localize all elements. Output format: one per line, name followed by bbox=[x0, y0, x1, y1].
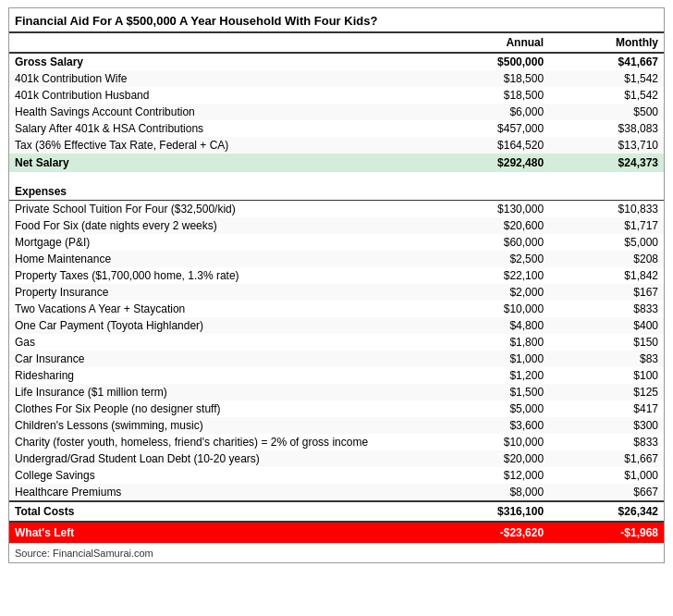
expense-monthly: $5,000 bbox=[549, 234, 664, 251]
whats-left-annual: -$23,620 bbox=[434, 522, 549, 544]
expense-annual: $10,000 bbox=[434, 301, 549, 317]
expense-label: Life Insurance ($1 million term) bbox=[9, 384, 434, 400]
total-costs-row: Total Costs $316,100 $26,342 bbox=[9, 501, 664, 522]
expense-annual: $1,000 bbox=[434, 351, 549, 367]
expense-annual: $60,000 bbox=[434, 234, 549, 251]
expense-row: Gas $1,800 $150 bbox=[9, 334, 664, 351]
expense-label: One Car Payment (Toyota Highlander) bbox=[9, 317, 434, 334]
page-title: Financial Aid For A $500,000 A Year Hous… bbox=[9, 8, 664, 33]
income-row: 401k Contribution Husband $18,500 $1,542 bbox=[9, 87, 664, 104]
income-row: Gross Salary $500,000 $41,667 bbox=[9, 53, 664, 70]
source-text: Source: FinancialSamurai.com bbox=[9, 544, 664, 563]
expense-label: Healthcare Premiums bbox=[9, 484, 434, 501]
income-annual: $6,000 bbox=[434, 104, 549, 120]
header-monthly: Monthly bbox=[549, 33, 664, 53]
source-row: Source: FinancialSamurai.com bbox=[9, 544, 664, 563]
expense-monthly: $1,667 bbox=[549, 450, 664, 467]
expense-monthly: $417 bbox=[549, 400, 664, 417]
expense-monthly: $1,717 bbox=[549, 217, 664, 234]
expense-row: Two Vacations A Year + Staycation $10,00… bbox=[9, 301, 664, 317]
expense-monthly: $1,842 bbox=[549, 267, 664, 284]
expense-label: College Savings bbox=[9, 467, 434, 484]
expense-monthly: $1,000 bbox=[549, 467, 664, 484]
expense-monthly: $83 bbox=[549, 351, 664, 367]
income-monthly: $500 bbox=[549, 104, 664, 120]
expense-row: Food For Six (date nights every 2 weeks)… bbox=[9, 217, 664, 234]
net-salary-row: Net Salary $292,480 $24,373 bbox=[9, 154, 664, 172]
total-costs-annual: $316,100 bbox=[434, 501, 549, 522]
expense-annual: $22,100 bbox=[434, 267, 549, 284]
expenses-header-label: Expenses bbox=[9, 178, 664, 201]
income-label: 401k Contribution Husband bbox=[9, 87, 434, 104]
expense-label: Undergrad/Grad Student Loan Debt (10-20 … bbox=[9, 450, 434, 467]
net-salary-label: Net Salary bbox=[9, 154, 434, 172]
income-label: Salary After 401k & HSA Contributions bbox=[9, 120, 434, 137]
net-salary-annual: $292,480 bbox=[434, 154, 549, 172]
income-row: Tax (36% Effective Tax Rate, Federal + C… bbox=[9, 137, 664, 154]
expense-row: Ridesharing $1,200 $100 bbox=[9, 367, 664, 384]
expense-label: Mortgage (P&I) bbox=[9, 234, 434, 251]
expense-label: Property Taxes ($1,700,000 home, 1.3% ra… bbox=[9, 267, 434, 284]
income-label: Gross Salary bbox=[9, 53, 434, 70]
expense-label: Two Vacations A Year + Staycation bbox=[9, 301, 434, 317]
expense-monthly: $833 bbox=[549, 434, 664, 450]
expenses-header-row: Expenses bbox=[9, 178, 664, 201]
net-salary-monthly: $24,373 bbox=[549, 154, 664, 172]
income-monthly: $41,667 bbox=[549, 53, 664, 70]
income-monthly: $1,542 bbox=[549, 87, 664, 104]
income-label: 401k Contribution Wife bbox=[9, 70, 434, 87]
expense-label: Property Insurance bbox=[9, 284, 434, 301]
income-annual: $457,000 bbox=[434, 120, 549, 137]
expense-annual: $20,600 bbox=[434, 217, 549, 234]
expense-label: Home Maintenance bbox=[9, 251, 434, 267]
income-row: Salary After 401k & HSA Contributions $4… bbox=[9, 120, 664, 137]
expense-annual: $12,000 bbox=[434, 467, 549, 484]
income-row: 401k Contribution Wife $18,500 $1,542 bbox=[9, 70, 664, 87]
total-costs-label: Total Costs bbox=[9, 501, 434, 522]
whats-left-monthly: -$1,968 bbox=[549, 522, 664, 544]
expense-label: Food For Six (date nights every 2 weeks) bbox=[9, 217, 434, 234]
expense-monthly: $833 bbox=[549, 301, 664, 317]
header-label bbox=[9, 33, 434, 53]
expense-annual: $8,000 bbox=[434, 484, 549, 501]
expense-label: Gas bbox=[9, 334, 434, 351]
income-monthly: $1,542 bbox=[549, 70, 664, 87]
expense-monthly: $208 bbox=[549, 251, 664, 267]
expense-annual: $5,000 bbox=[434, 400, 549, 417]
expense-row: Home Maintenance $2,500 $208 bbox=[9, 251, 664, 267]
expense-label: Car Insurance bbox=[9, 351, 434, 367]
expense-label: Children's Lessons (swimming, music) bbox=[9, 417, 434, 434]
expense-label: Private School Tuition For Four ($32,500… bbox=[9, 201, 434, 218]
income-annual: $18,500 bbox=[434, 70, 549, 87]
expense-row: Car Insurance $1,000 $83 bbox=[9, 351, 664, 367]
expense-row: Private School Tuition For Four ($32,500… bbox=[9, 201, 664, 218]
total-costs-monthly: $26,342 bbox=[549, 501, 664, 522]
expense-annual: $130,000 bbox=[434, 201, 549, 218]
whats-left-row: What's Left -$23,620 -$1,968 bbox=[9, 522, 664, 544]
expense-annual: $1,200 bbox=[434, 367, 549, 384]
expense-monthly: $667 bbox=[549, 484, 664, 501]
expense-row: Children's Lessons (swimming, music) $3,… bbox=[9, 417, 664, 434]
header-annual: Annual bbox=[434, 33, 549, 53]
expense-row: College Savings $12,000 $1,000 bbox=[9, 467, 664, 484]
income-label: Health Savings Account Contribution bbox=[9, 104, 434, 120]
income-monthly: $38,083 bbox=[549, 120, 664, 137]
expense-row: Healthcare Premiums $8,000 $667 bbox=[9, 484, 664, 501]
expense-monthly: $10,833 bbox=[549, 201, 664, 218]
expense-row: Life Insurance ($1 million term) $1,500 … bbox=[9, 384, 664, 400]
expense-label: Charity (foster youth, homeless, friend'… bbox=[9, 434, 434, 450]
expense-monthly: $150 bbox=[549, 334, 664, 351]
expense-row: Charity (foster youth, homeless, friend'… bbox=[9, 434, 664, 450]
expense-monthly: $300 bbox=[549, 417, 664, 434]
expense-row: Mortgage (P&I) $60,000 $5,000 bbox=[9, 234, 664, 251]
income-annual: $18,500 bbox=[434, 87, 549, 104]
whats-left-label: What's Left bbox=[9, 522, 434, 544]
income-row: Health Savings Account Contribution $6,0… bbox=[9, 104, 664, 120]
expense-annual: $2,000 bbox=[434, 284, 549, 301]
income-label: Tax (36% Effective Tax Rate, Federal + C… bbox=[9, 137, 434, 154]
expense-row: Clothes For Six People (no designer stuf… bbox=[9, 400, 664, 417]
expense-annual: $10,000 bbox=[434, 434, 549, 450]
expense-annual: $1,500 bbox=[434, 384, 549, 400]
expense-row: Property Taxes ($1,700,000 home, 1.3% ra… bbox=[9, 267, 664, 284]
expense-annual: $3,600 bbox=[434, 417, 549, 434]
